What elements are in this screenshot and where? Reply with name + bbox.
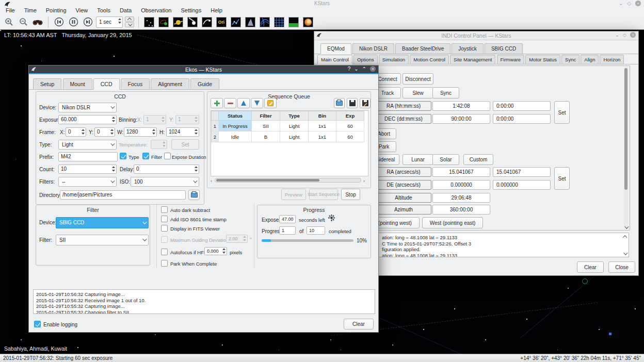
browse-directory-button[interactable] <box>188 190 200 200</box>
close-icon[interactable]: × <box>635 1 641 6</box>
disconnect-button[interactable]: Disconnect <box>403 73 433 85</box>
cell-type[interactable]: Light <box>280 121 309 131</box>
tab-mount[interactable]: Mount <box>63 78 92 90</box>
col-type[interactable]: Type <box>280 111 309 121</box>
iso8601-checkbox[interactable] <box>161 216 168 222</box>
time-step-forward-icon[interactable] <box>82 16 94 28</box>
prefix-filter-checkbox[interactable] <box>142 153 149 159</box>
delay-input[interactable]: 0 <box>134 164 199 174</box>
save-sequence-button[interactable] <box>347 98 358 108</box>
frame-y-input[interactable]: 0 <box>94 127 115 137</box>
frame-h-input[interactable]: 1024 <box>166 127 199 137</box>
remove-job-button[interactable] <box>224 98 236 108</box>
menu-time[interactable]: Time <box>20 6 41 14</box>
spinner-arrows[interactable] <box>152 129 155 135</box>
table-row[interactable]: 2 Idle B Light 1x1 60 <box>212 131 368 142</box>
scroll-left-icon[interactable]: ‹ <box>211 179 212 184</box>
help-icon[interactable]: ? <box>348 66 351 72</box>
toggle-deep-sky-button[interactable] <box>157 16 170 28</box>
save-sequence-as-button[interactable] <box>360 98 371 108</box>
tab-site-management[interactable]: Site Management <box>450 55 495 64</box>
table-hscrollbar[interactable] <box>215 178 361 183</box>
ra-set-field[interactable]: 0:00:00 <box>493 101 551 111</box>
indi-content-scrollbar[interactable] <box>624 67 628 228</box>
menu-pointing[interactable]: Pointing <box>41 6 71 14</box>
toggle-stars-button[interactable] <box>143 16 155 28</box>
tab-firmware[interactable]: Firmware <box>497 55 525 64</box>
toggle-asteroids-button[interactable] <box>201 16 213 28</box>
sync-button[interactable]: Sync <box>432 87 459 98</box>
spinner-arrows[interactable] <box>222 248 226 254</box>
scroll-down-icon[interactable] <box>624 224 629 228</box>
tab-joystick[interactable]: Joystick <box>452 43 484 54</box>
menu-view[interactable]: View <box>71 6 93 14</box>
move-down-button[interactable] <box>251 98 263 108</box>
col-bin[interactable]: Bin <box>309 111 336 121</box>
tab-baader-steeldrive[interactable]: Baader SteelDrive <box>395 43 450 54</box>
minimize-icon[interactable]: ⌄ <box>619 1 623 6</box>
prefix-input[interactable]: M42 <box>58 152 118 161</box>
expose-duration-checkbox[interactable] <box>164 153 171 159</box>
cell-type[interactable]: Light <box>280 131 309 142</box>
indi-clear-button[interactable]: Clear <box>577 261 604 273</box>
toggle-constellation-names-button[interactable]: Ori <box>215 16 228 28</box>
ekos-log-area[interactable]: 2015-01-29T10:56:32 Capturing image... 2… <box>33 289 375 314</box>
time-step-back-icon[interactable] <box>53 16 65 28</box>
time-step-spinner[interactable] <box>118 18 121 24</box>
cell-status[interactable]: Idle <box>219 131 252 142</box>
unshade-icon[interactable]: ◇ <box>623 32 626 38</box>
tab-focus[interactable]: Focus <box>121 78 150 90</box>
tab-setup[interactable]: Setup <box>33 78 61 90</box>
table-row[interactable]: 1 In Progress SII Light 1x1 60 <box>212 121 368 131</box>
menu-data[interactable]: Data <box>115 6 136 14</box>
menu-settings[interactable]: Settings <box>176 6 206 14</box>
filters-select[interactable]: -- <box>58 177 117 187</box>
park-when-complete-checkbox[interactable] <box>161 260 168 267</box>
tab-align[interactable]: Align <box>581 55 599 64</box>
ccd-device-select[interactable]: Nikon DSLR <box>58 103 117 112</box>
menu-observation[interactable]: Observation <box>136 6 176 14</box>
step-up-icon[interactable] <box>125 17 134 22</box>
close-icon[interactable]: × <box>630 32 636 38</box>
move-up-button[interactable] <box>237 98 250 108</box>
coords-set-button[interactable]: Set <box>554 101 570 124</box>
de-rate-set-field[interactable]: 0.000000 <box>493 180 551 190</box>
toggle-constellation-lines-button[interactable] <box>230 16 242 28</box>
sequence-table[interactable]: Status Filter Type Bin Exp 1 In Progress… <box>211 110 368 176</box>
exposure-input[interactable]: 60.000 <box>58 115 117 124</box>
unshade-icon[interactable]: ⌃ <box>362 66 366 72</box>
rate-set-button[interactable]: Set <box>554 167 570 190</box>
spinner-arrows[interactable] <box>82 129 85 135</box>
zoom-out-icon[interactable] <box>17 16 29 28</box>
lunar-button[interactable]: Lunar <box>403 154 433 165</box>
col-filter[interactable]: Filter <box>252 111 280 121</box>
cell-bin[interactable]: 1x1 <box>309 131 336 142</box>
tab-sync[interactable]: Sync <box>561 55 579 64</box>
time-step-stepper[interactable] <box>125 17 134 27</box>
cell-bin[interactable]: 1x1 <box>309 121 336 131</box>
indi-titlebar[interactable]: INDI Control Panel — KStars ⌄ ◇ × <box>314 31 638 40</box>
spinner-arrows[interactable] <box>195 129 198 135</box>
frame-type-select[interactable]: Light <box>58 140 117 150</box>
edit-job-button[interactable] <box>264 98 277 108</box>
toggle-milky-way-button[interactable] <box>259 16 271 28</box>
iso-select[interactable]: 100 <box>131 177 199 187</box>
toggle-comets-button[interactable] <box>186 16 199 28</box>
autofocus-hfr-input[interactable]: 0.000 <box>204 247 227 255</box>
zoom-in-icon[interactable] <box>3 16 15 28</box>
toggle-ground-button[interactable] <box>287 16 300 28</box>
filter-device-select[interactable]: SBIG CCD <box>56 217 149 228</box>
toggle-solar-system-button[interactable] <box>172 16 184 28</box>
col-status[interactable]: Status <box>219 111 252 121</box>
tab-simulation[interactable]: Simulation <box>379 55 409 64</box>
prefix-type-checkbox[interactable] <box>120 153 126 159</box>
solar-button[interactable]: Solar <box>432 154 459 165</box>
fits-viewer-checkbox[interactable] <box>161 225 168 232</box>
step-down-icon[interactable] <box>125 22 134 27</box>
toggle-supernovae-button[interactable] <box>302 16 314 28</box>
col-exp[interactable]: Exp <box>336 111 364 121</box>
shade-icon[interactable]: ⌄ <box>354 66 358 72</box>
cell-exp[interactable]: 60 <box>336 131 364 142</box>
ra-rate-set-field[interactable]: 15.041067 <box>493 167 551 177</box>
frame-x-input[interactable]: 0 <box>66 127 86 137</box>
